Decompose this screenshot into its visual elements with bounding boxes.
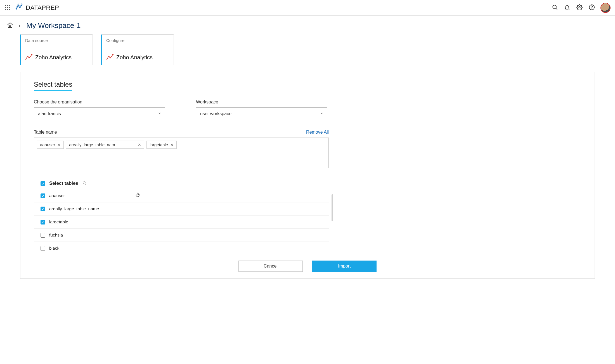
import-button[interactable]: Import xyxy=(312,261,377,272)
table-checkbox[interactable] xyxy=(41,233,45,238)
table-name: areally_large_table_name xyxy=(49,206,99,211)
scrollbar-thumb[interactable] xyxy=(332,194,333,221)
svg-point-0 xyxy=(553,5,556,9)
tag-largetable: largetable ✕ xyxy=(146,141,177,149)
step-card-data-source[interactable]: Data source Zoho Analytics xyxy=(20,34,93,65)
step-connector xyxy=(179,50,196,50)
search-icon[interactable] xyxy=(552,4,558,11)
org-label: Choose the organisation xyxy=(34,100,165,105)
svg-point-2 xyxy=(579,6,580,8)
step-card-configure[interactable]: Configure Zoho Analytics xyxy=(101,34,174,65)
breadcrumb-separator-icon: ▸ xyxy=(19,24,21,28)
form-row: Choose the organisation alan.francis Wor… xyxy=(34,100,581,120)
zoho-analytics-icon xyxy=(25,53,32,62)
home-icon[interactable] xyxy=(7,22,13,29)
table-checkbox[interactable] xyxy=(41,246,45,251)
avatar[interactable] xyxy=(601,3,610,12)
table-name: largetable xyxy=(49,219,68,224)
table-row[interactable]: black xyxy=(34,242,329,255)
table-name: black xyxy=(49,246,59,251)
close-icon[interactable]: ✕ xyxy=(138,143,141,147)
top-bar: DATAPREP xyxy=(0,0,615,16)
breadcrumb-title[interactable]: My Workspace-1 xyxy=(26,21,81,30)
workspace-select[interactable]: user workspace xyxy=(196,107,327,120)
step-value: Zoho Analytics xyxy=(35,54,72,61)
workspace-group: Workspace user workspace xyxy=(196,100,327,120)
cursor-pointer-icon xyxy=(135,192,141,199)
svg-line-8 xyxy=(85,184,86,185)
svg-point-6 xyxy=(113,54,113,55)
tag-label: areally_large_table_nam xyxy=(69,142,115,147)
svg-point-5 xyxy=(32,54,32,55)
table-row[interactable]: aaauser xyxy=(34,189,329,202)
config-panel: Select tables Choose the organisation al… xyxy=(20,72,595,279)
remove-all-link[interactable]: Remove All xyxy=(306,130,329,135)
workspace-label: Workspace xyxy=(196,100,327,105)
table-row[interactable]: fuchsia xyxy=(34,229,329,242)
tables-list-title: Select tables xyxy=(49,181,78,186)
table-checkbox[interactable] xyxy=(41,220,45,224)
cancel-button[interactable]: Cancel xyxy=(238,261,303,272)
table-name-label: Table name xyxy=(34,130,57,135)
select-all-checkbox[interactable] xyxy=(41,181,45,186)
topbar-right xyxy=(552,3,610,12)
app-name: DATAPREP xyxy=(26,4,59,11)
tables-list-header: Select tables xyxy=(34,178,329,189)
chevron-down-icon xyxy=(320,111,324,116)
table-checkbox[interactable] xyxy=(41,207,45,211)
tag-label: largetable xyxy=(150,142,168,147)
table-row[interactable]: largetable xyxy=(34,216,329,229)
table-name: fuchsia xyxy=(49,233,63,238)
table-row[interactable]: areally_large_table_name xyxy=(34,202,329,216)
bell-icon[interactable] xyxy=(564,4,570,11)
close-icon[interactable]: ✕ xyxy=(57,143,61,147)
step-label: Configure xyxy=(106,38,170,43)
step-value: Zoho Analytics xyxy=(116,54,153,61)
table-name-header: Table name Remove All xyxy=(34,130,329,135)
tag-areally-large: areally_large_table_nam ✕ xyxy=(66,141,144,149)
topbar-left: DATAPREP xyxy=(5,3,59,12)
table-checkbox[interactable] xyxy=(41,193,45,198)
panel-footer: Cancel Import xyxy=(34,261,581,272)
search-icon[interactable] xyxy=(82,181,87,186)
svg-point-4 xyxy=(592,8,592,9)
steps-row: Data source Zoho Analytics Configure xyxy=(17,32,598,72)
org-select[interactable]: alan.francis xyxy=(34,107,165,120)
table-name: aaauser xyxy=(49,193,65,198)
close-icon[interactable]: ✕ xyxy=(170,143,174,147)
org-value: alan.francis xyxy=(38,111,61,116)
tag-label: aaauser xyxy=(40,142,55,147)
tables-list-section: Select tables aaauser xyxy=(34,178,329,255)
tables-list[interactable]: aaauser areally_la xyxy=(34,189,329,255)
org-group: Choose the organisation alan.francis xyxy=(34,100,165,120)
section-title: Select tables xyxy=(34,81,72,91)
workspace-value: user workspace xyxy=(200,111,231,116)
zoho-analytics-icon xyxy=(106,53,113,62)
settings-gear-icon[interactable] xyxy=(576,4,583,11)
chevron-down-icon xyxy=(158,111,162,116)
dataprep-logo-icon xyxy=(15,3,23,12)
help-icon[interactable] xyxy=(589,4,595,11)
breadcrumb: ▸ My Workspace-1 xyxy=(0,16,615,32)
app-logo[interactable]: DATAPREP xyxy=(15,3,59,12)
step-label: Data source xyxy=(25,38,89,43)
tag-aaauser: aaauser ✕ xyxy=(37,141,64,149)
page-body: Data source Zoho Analytics Configure xyxy=(0,32,615,290)
apps-grid-icon[interactable] xyxy=(5,5,11,11)
selected-tables-tagbox[interactable]: aaauser ✕ areally_large_table_nam ✕ larg… xyxy=(34,138,329,168)
svg-line-1 xyxy=(556,8,557,10)
svg-point-7 xyxy=(83,182,85,184)
